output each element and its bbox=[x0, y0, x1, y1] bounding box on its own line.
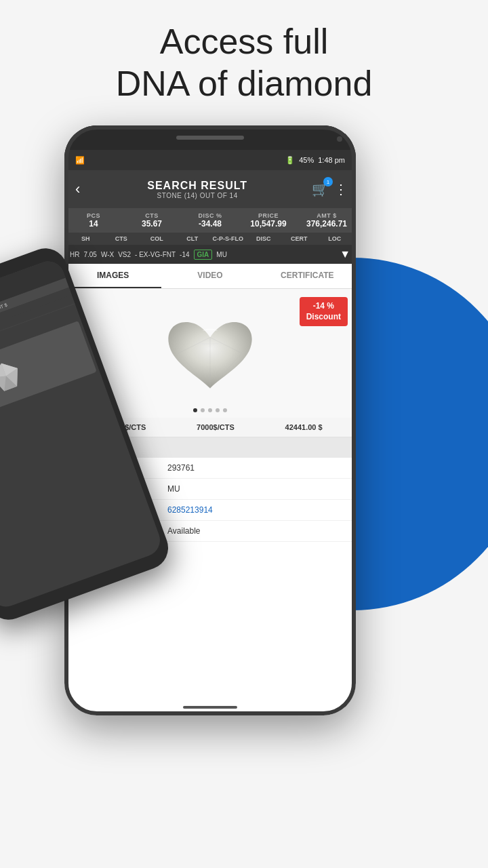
phone-home-bar bbox=[183, 706, 237, 709]
stat-price: PRICE 10,547.99 bbox=[239, 211, 298, 230]
image-dots bbox=[193, 408, 227, 412]
toolbar-subtitle: STONE (14) OUT OF 14 bbox=[88, 192, 306, 199]
toolbar-icons: 🛒 1 ⋮ bbox=[312, 181, 348, 197]
status-left: 📶 bbox=[75, 156, 85, 165]
notch-bar bbox=[176, 136, 244, 140]
cart-button[interactable]: 🛒 1 bbox=[312, 181, 329, 197]
time-text: 1:48 pm bbox=[318, 156, 345, 164]
desc-val-report[interactable]: 6285213914 bbox=[167, 505, 213, 515]
dot-5 bbox=[223, 408, 227, 412]
stat-amt: AMT $ 376,246.71 bbox=[298, 211, 356, 230]
price-item-2: 7000$/CTS bbox=[197, 423, 235, 431]
status-right: 🔋 45% 1:48 pm bbox=[285, 156, 345, 165]
cart-badge: 1 bbox=[323, 177, 333, 186]
desc-val-stone: 293761 bbox=[167, 463, 195, 473]
diamond-image bbox=[159, 302, 261, 404]
stats-row: PCS 14 CTS 35.67 DISC % -34.48 PRICE 10,… bbox=[64, 208, 356, 233]
camera bbox=[337, 136, 342, 142]
price-item-3: 42441.00 $ bbox=[285, 423, 323, 431]
tabs: IMAGES VIDEO CERTIFICATE bbox=[64, 264, 356, 289]
filter-row: HR 7.05 W-X VS2 - EX-VG-FNT -14 GIA MU ▼ bbox=[64, 245, 356, 264]
dot-2 bbox=[201, 408, 205, 412]
desc-val-available: Available bbox=[167, 526, 200, 536]
toolbar-title: SEARCH RESULT bbox=[88, 180, 306, 192]
stat-pcs: PCS 14 bbox=[64, 211, 123, 230]
diamond-svg bbox=[159, 302, 261, 404]
dot-4 bbox=[216, 408, 220, 412]
discount-percent: -14 % bbox=[306, 301, 341, 312]
phone-notch bbox=[64, 125, 356, 150]
tab-images[interactable]: IMAGES bbox=[64, 264, 161, 288]
discount-badge: -14 % Discount bbox=[300, 297, 348, 326]
stat-cts: CTS 35.67 bbox=[123, 211, 181, 230]
headline-text: Access full DNA of diamond bbox=[0, 20, 488, 105]
expand-icon[interactable]: ▼ bbox=[340, 248, 350, 260]
wifi-icon: 🔋 bbox=[285, 156, 295, 165]
status-bar: 📶 🔋 45% 1:48 pm bbox=[64, 150, 356, 170]
back-button[interactable]: ‹ bbox=[73, 178, 83, 201]
toolbar: ‹ SEARCH RESULT STONE (14) OUT OF 14 🛒 1… bbox=[64, 170, 356, 208]
more-button[interactable]: ⋮ bbox=[334, 181, 348, 197]
column-headers: SH CTS COL CLT C-P-S-FLO DISC CERT LOC bbox=[64, 233, 356, 245]
desc-val-location: MU bbox=[167, 484, 180, 494]
battery-text: 45% bbox=[299, 156, 314, 164]
stat-disc: DISC % -34.48 bbox=[181, 211, 239, 230]
tab-video[interactable]: VIDEO bbox=[161, 264, 258, 288]
dot-3 bbox=[208, 408, 212, 412]
dot-1 bbox=[193, 408, 197, 412]
toolbar-title-area: SEARCH RESULT STONE (14) OUT OF 14 bbox=[88, 180, 306, 199]
sim-icon: 📶 bbox=[75, 156, 85, 165]
gia-badge: GIA bbox=[194, 250, 213, 260]
tab-certificate[interactable]: CERTIFICATE bbox=[259, 264, 356, 288]
headline-area: Access full DNA of diamond bbox=[0, 20, 488, 105]
discount-label: Discount bbox=[306, 312, 341, 323]
second-diamond-icon bbox=[0, 354, 28, 397]
